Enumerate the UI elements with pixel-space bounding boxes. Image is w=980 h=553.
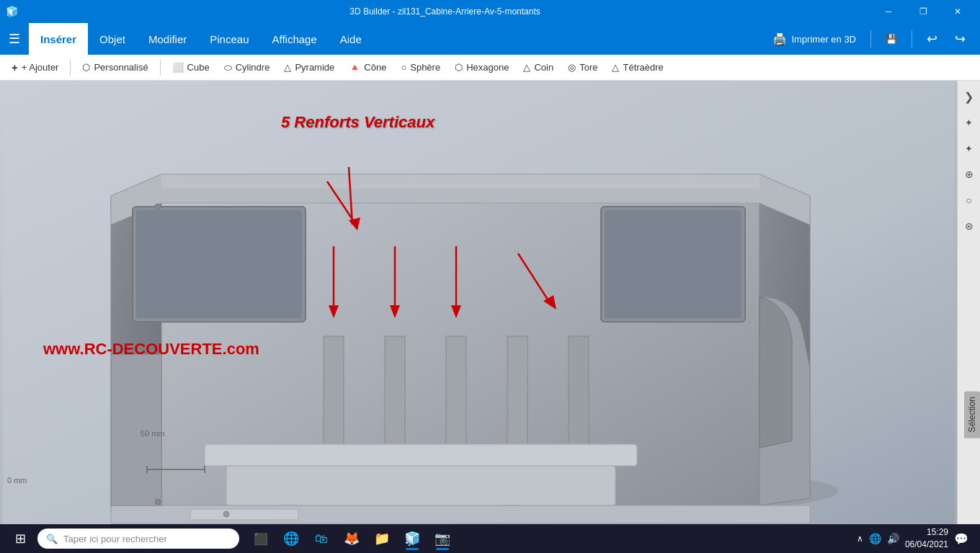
coin-button[interactable]: △ Coin [517,59,559,76]
redo-icon: ↪ [955,31,966,47]
cylinder-button[interactable]: ⬭ Cylindre [218,59,276,76]
taskbar-search[interactable]: 🔍 Taper ici pour rechercher [37,529,239,549]
system-icons: ∧ [857,534,863,544]
hexagon-icon: ⬡ [455,62,463,73]
svg-point-21 [223,511,229,517]
settings-button[interactable]: ⊛ [959,216,979,236]
3dbuilder-taskbar-button[interactable]: 🧊 [399,526,425,552]
windows-icon: ⊞ [15,531,26,547]
start-button[interactable]: ⊞ [6,524,35,553]
3d-model [0,81,957,524]
taskbar-apps: ⬛ 🌐 🛍 🦊 📁 🧊 📷 [248,526,455,552]
tetrahedron-icon: △ [612,62,619,73]
sparkle-button-2[interactable]: ✦ [959,138,979,158]
menu-item-inserer[interactable]: Insérer [29,23,88,55]
sphere-button[interactable]: ○ Sphère [395,59,446,76]
save-button[interactable]: 💾 [880,31,903,48]
photos-icon: 📷 [435,531,450,547]
annotation-title: 5 Renforts Verticaux [281,113,435,132]
svg-rect-17 [161,174,760,189]
tore-icon: ◎ [568,62,576,73]
task-view-icon: ⬛ [254,532,268,546]
network-icon: 🌐 [869,533,881,544]
hexagon-button[interactable]: ⬡ Hexagone [449,59,514,76]
tetrahedron-button[interactable]: △ Tétraèdre [606,59,669,76]
titlebar-controls: ─ ❐ ✕ [872,0,974,23]
menu-item-pinceau[interactable]: Pinceau [198,23,260,55]
cube-button[interactable]: ⬜ Cube [166,59,215,76]
app-icon: 🧊 [6,6,18,17]
svg-point-18 [155,204,161,210]
menu-item-modifier[interactable]: Modifier [137,23,198,55]
scale-0mm: 0 mm [7,476,27,485]
chevron-right-button[interactable]: ❯ [959,86,979,107]
sparkle-icon-1: ✦ [965,117,973,128]
pyramid-icon: △ [284,62,291,73]
cone-icon: 🔺 [349,62,360,73]
viewport[interactable]: 5 Renforts Verticaux www.RC-DECOUVERTE.c… [0,81,957,524]
main-area: 5 Renforts Verticaux www.RC-DECOUVERTE.c… [0,81,980,524]
3dbuilder-icon: 🧊 [404,531,420,547]
explorer-button[interactable]: 📁 [369,526,395,552]
svg-point-19 [155,499,161,505]
maximize-button[interactable]: ❐ [906,0,940,23]
search-icon: 🔍 [46,534,58,544]
svg-rect-5 [605,210,741,318]
firefox-icon: 🦊 [344,531,360,547]
menu-right-area: 🖨️ Imprimer en 3D 💾 ↩ ↪ [767,28,980,50]
sparkle-icon-2: ✦ [965,143,973,154]
notification-icon[interactable]: 💬 [954,532,968,546]
sparkle-button-1[interactable]: ✦ [959,112,979,132]
undo-icon: ↩ [927,31,937,47]
add-icon: + [12,61,18,73]
tore-button[interactable]: ◎ Tore [562,59,603,76]
taskbar-clock: 15:29 06/04/2021 [905,526,948,551]
circle-icon: ○ [966,194,971,206]
clock-time: 15:29 [905,526,948,539]
minimize-button[interactable]: ─ [872,0,905,23]
sphere-icon: ○ [401,62,406,73]
close-button[interactable]: ✕ [941,0,974,23]
menu-item-objet[interactable]: Objet [88,23,137,55]
save-icon: 💾 [886,34,897,45]
menu-divider [870,30,871,48]
toolbar: + + Ajouter ⬡ Personnalisé ⬜ Cube ⬭ Cyli… [0,55,980,81]
scale-50mm: 50 mm [141,429,165,438]
undo-button[interactable]: ↩ [921,28,943,50]
coin-icon: △ [523,62,530,73]
menu-item-aide[interactable]: Aide [329,23,373,55]
print-icon: 🖨️ [772,32,787,46]
svg-rect-11 [205,444,637,466]
edge-button[interactable]: 🌐 [278,526,304,552]
selection-tab[interactable]: Sélection [964,391,980,438]
svg-rect-12 [226,466,615,505]
explorer-icon: 📁 [374,531,390,547]
settings-icon: ⊛ [965,220,974,232]
menu-divider2 [912,30,912,48]
hamburger-menu[interactable]: ☰ [0,23,29,55]
taskbar-right: ∧ 🌐 🔊 15:29 06/04/2021 💬 [857,526,974,551]
titlebar-title: 3D Builder - zil131_Cabine-Arriere-Av-5-… [349,6,540,17]
svg-rect-3 [136,210,302,318]
titlebar: 🧊 3D Builder - zil131_Cabine-Arriere-Av-… [0,0,980,23]
circle-target-button[interactable]: ⊕ [959,164,979,184]
volume-icon: 🔊 [887,533,899,544]
edge-icon: 🌐 [283,531,299,547]
menu-item-affichage[interactable]: Affichage [260,23,328,55]
task-view-button[interactable]: ⬛ [248,526,274,552]
circle-button[interactable]: ○ [959,190,979,210]
add-button[interactable]: + + Ajouter [6,58,64,76]
print-3d-button[interactable]: 🖨️ Imprimer en 3D [767,30,862,49]
firefox-button[interactable]: 🦊 [339,526,365,552]
redo-button[interactable]: ↪ [949,28,971,50]
custom-shape-button[interactable]: ⬡ Personnalisé [76,59,153,76]
cone-button[interactable]: 🔺 Cône [343,59,392,76]
toolbar-divider1 [70,60,71,76]
pyramid-button[interactable]: △ Pyramide [278,59,340,76]
toolbar-divider2 [160,60,161,76]
circle-target-icon: ⊕ [965,168,974,180]
cube-icon: ⬜ [172,62,184,73]
photos-taskbar-button[interactable]: 📷 [429,526,455,552]
chevron-right-icon: ❯ [964,90,974,104]
store-button[interactable]: 🛍 [308,526,334,552]
